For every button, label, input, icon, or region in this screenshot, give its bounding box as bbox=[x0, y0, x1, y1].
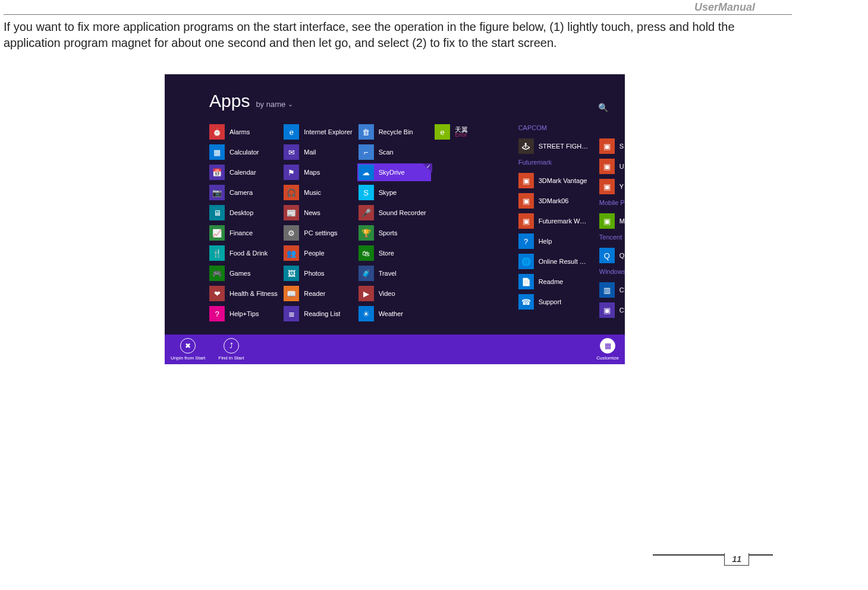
search-icon[interactable]: 🔍 bbox=[598, 103, 608, 112]
app-tile-icon: ⚙ bbox=[284, 225, 299, 241]
app-tile-video[interactable]: ▶Video bbox=[358, 285, 432, 302]
app-tile-icon: ▣ bbox=[599, 213, 615, 229]
apps-screenshot: Apps by name ⌄ 🔍 ⏰Alarms▦Calculator📅Cale… bbox=[165, 74, 625, 364]
app-tile-scan[interactable]: ⌐Scan bbox=[358, 143, 432, 161]
app-tile-icon: 📄 bbox=[518, 274, 534, 289]
app-tile-store[interactable]: 🛍Store bbox=[358, 244, 432, 262]
app-tile-3dmark-vantage[interactable]: ▣3DMark Vantage bbox=[518, 172, 593, 190]
app-tile-icon: ▣ bbox=[518, 193, 534, 209]
app-tile-label: Finance bbox=[229, 229, 253, 236]
app-tile-recycle-bin[interactable]: 🗑Recycle Bin bbox=[358, 123, 432, 141]
app-tile-icon: 📖 bbox=[284, 286, 299, 301]
app-tile-c[interactable]: ▥C bbox=[599, 281, 625, 299]
app-tile-label: Desktop bbox=[229, 209, 253, 216]
customize-button[interactable]: ▦ Customize bbox=[596, 338, 619, 361]
app-tile-skype[interactable]: SSkype bbox=[358, 184, 432, 201]
app-tile-desktop[interactable]: 🖥Desktop bbox=[209, 204, 278, 222]
app-tile-m[interactable]: ▣M bbox=[599, 212, 625, 230]
app-tile-icon: ▥ bbox=[599, 282, 615, 298]
app-tile-reader[interactable]: 📖Reader bbox=[284, 285, 352, 302]
app-tile-icon: ▣ bbox=[599, 179, 615, 194]
app-tile-s[interactable]: ▣S bbox=[599, 137, 625, 155]
app-tile-label: Camera bbox=[229, 189, 253, 196]
app-tile-u[interactable]: ▣U bbox=[599, 157, 625, 175]
find-icon: ⤴ bbox=[224, 338, 239, 354]
app-tile-label: STREET FIGHTER IV BENCHMARK bbox=[539, 143, 590, 150]
app-tile-icon: 🍴 bbox=[209, 245, 225, 261]
app-tile-icon: 🌐 bbox=[518, 254, 534, 269]
app-tile-icon: 📰 bbox=[284, 205, 299, 220]
app-tile-label: Music bbox=[304, 189, 321, 196]
app-tile-icon: ☎ bbox=[518, 294, 534, 310]
app-tile-finance[interactable]: 📈Finance bbox=[209, 224, 278, 242]
app-tile-online-result-browser[interactable]: 🌐Online Result Browser bbox=[518, 253, 593, 270]
app-tile-games[interactable]: 🎮Games bbox=[209, 264, 278, 282]
app-tile-label: Alarms bbox=[229, 128, 250, 135]
app-tile-icon: ▣ bbox=[518, 213, 534, 229]
app-tile-icon: ☀ bbox=[358, 306, 374, 321]
app-tile-camera[interactable]: 📷Camera bbox=[209, 184, 278, 201]
app-tile-label: Skype bbox=[379, 189, 397, 196]
app-tile-reading-list[interactable]: ≣Reading List bbox=[284, 305, 352, 323]
app-tile-health-fitness[interactable]: ❤Health & Fitness bbox=[209, 285, 278, 302]
group-label: Futuremark bbox=[518, 159, 593, 167]
app-tile-skydrive[interactable]: ☁SkyDrive bbox=[358, 163, 432, 181]
app-tile-icon: 👥 bbox=[284, 245, 299, 261]
app-tile-weather[interactable]: ☀Weather bbox=[358, 305, 432, 323]
app-tile-label: Y bbox=[619, 183, 624, 190]
app-tile-label: Readme bbox=[539, 278, 564, 285]
app-tile-label: Calendar bbox=[229, 169, 256, 176]
app-tile-3dmark06[interactable]: ▣3DMark06 bbox=[518, 192, 593, 210]
app-tile-icon: 📈 bbox=[209, 225, 225, 241]
app-tile-icon: ⌐ bbox=[358, 144, 374, 160]
app-tile-icon: ? bbox=[209, 306, 225, 321]
app-tile-help-tips[interactable]: ?Help+Tips bbox=[209, 305, 278, 323]
app-tile-support[interactable]: ☎Support bbox=[518, 293, 593, 311]
apps-sort-button[interactable]: by name ⌄ bbox=[256, 100, 293, 109]
unpin-from-start-button[interactable]: ✖ Unpin from Start bbox=[171, 338, 205, 361]
app-tile-travel[interactable]: 🧳Travel bbox=[358, 264, 432, 282]
find-in-start-button[interactable]: ⤴ Find in Start bbox=[218, 338, 244, 361]
app-tile-photos[interactable]: 🖼Photos bbox=[284, 264, 352, 282]
app-tile-futuremark-website[interactable]: ▣Futuremark Website bbox=[518, 212, 593, 230]
app-tile-calendar[interactable]: 📅Calendar bbox=[209, 163, 278, 181]
app-tile-label: Store bbox=[379, 250, 394, 257]
app-tile-sports[interactable]: 🏆Sports bbox=[358, 224, 432, 242]
app-tile-icon: 🖼 bbox=[284, 266, 299, 281]
app-tile-icon: ▦ bbox=[209, 144, 225, 160]
app-tile-y[interactable]: ▣Y bbox=[599, 178, 625, 195]
app-tile-people[interactable]: 👥People bbox=[284, 244, 352, 262]
app-tile-label: Mail bbox=[304, 149, 316, 156]
app-tile-help[interactable]: ?Help bbox=[518, 232, 593, 250]
app-tile-maps[interactable]: ⚑Maps bbox=[284, 163, 352, 181]
app-tile-street-fighter-iv-benchmark[interactable]: 🕹STREET FIGHTER IV BENCHMARK bbox=[518, 137, 593, 155]
app-tile-label: Photos bbox=[304, 270, 324, 277]
app-tile-c[interactable]: ▣C bbox=[599, 301, 625, 319]
group-label: Windows bbox=[599, 268, 625, 276]
app-tile--[interactable]: e天翼Error bbox=[435, 123, 508, 141]
app-tile-mail[interactable]: ✉Mail bbox=[284, 143, 352, 161]
header-rule bbox=[4, 14, 792, 15]
app-tile-icon: ▣ bbox=[599, 159, 615, 174]
app-tile-q[interactable]: QQ bbox=[599, 247, 625, 264]
app-tile-icon: ? bbox=[518, 234, 534, 249]
app-tile-label: Futuremark Website bbox=[539, 217, 590, 225]
app-tile-label: Internet Explorer bbox=[304, 128, 352, 135]
app-tile-news[interactable]: 📰News bbox=[284, 204, 352, 222]
app-tile-label: Weather bbox=[379, 310, 403, 317]
app-tile-icon: 📷 bbox=[209, 185, 225, 200]
app-tile-pc-settings[interactable]: ⚙PC settings bbox=[284, 224, 352, 242]
app-tile-readme[interactable]: 📄Readme bbox=[518, 273, 593, 291]
apps-columns: ⏰Alarms▦Calculator📅Calendar📷Camera🖥Deskt… bbox=[209, 123, 625, 323]
app-tile-label: SkyDrive bbox=[379, 169, 405, 176]
app-tile-alarms[interactable]: ⏰Alarms bbox=[209, 123, 278, 141]
customize-icon: ▦ bbox=[600, 338, 615, 354]
app-tile-icon: e bbox=[435, 124, 450, 140]
app-tile-label: 天翼Error bbox=[455, 126, 468, 138]
app-tile-sound-recorder[interactable]: 🎤Sound Recorder bbox=[358, 204, 432, 222]
app-tile-calculator[interactable]: ▦Calculator bbox=[209, 143, 278, 161]
app-tile-food-drink[interactable]: 🍴Food & Drink bbox=[209, 244, 278, 262]
app-tile-music[interactable]: 🎧Music bbox=[284, 184, 352, 201]
app-tile-internet-explorer[interactable]: eInternet Explorer bbox=[284, 123, 352, 141]
app-tile-icon: ⚑ bbox=[284, 165, 299, 180]
